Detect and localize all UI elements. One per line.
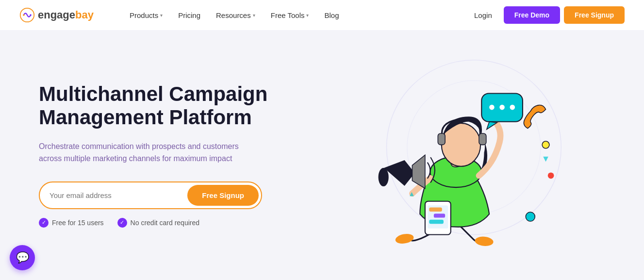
svg-point-6	[475, 236, 494, 247]
hero-illustration	[291, 45, 605, 265]
svg-point-17	[526, 212, 535, 221]
navbar: engagebay Products ▾ Pricing Resources ▾…	[0, 0, 644, 30]
hero-title: Multichannel Campaign Management Platfor…	[39, 82, 291, 130]
logo-icon	[19, 7, 35, 23]
svg-point-13	[489, 105, 495, 110]
svg-rect-27	[429, 220, 444, 224]
hero-subtitle: Orchestrate communication with prospects…	[39, 140, 252, 165]
logo-text: engagebay	[38, 9, 94, 21]
nav-resources[interactable]: Resources ▾	[209, 7, 262, 23]
svg-point-1	[23, 14, 25, 16]
svg-point-2	[30, 14, 32, 16]
svg-point-22	[379, 168, 389, 186]
chat-widget[interactable]: 💬	[10, 245, 35, 270]
chat-icon: 💬	[16, 251, 29, 264]
trust-badges: ✓ Free for 15 users ✓ No credit card req…	[39, 218, 291, 228]
svg-rect-11	[479, 133, 486, 145]
hero-section: Multichannel Campaign Management Platfor…	[0, 30, 644, 280]
svg-point-15	[510, 105, 515, 110]
nav-products[interactable]: Products ▾	[123, 7, 169, 23]
svg-point-14	[499, 105, 505, 110]
email-form: Free Signup	[39, 181, 262, 209]
products-chevron-icon: ▾	[160, 13, 163, 18]
free-tools-chevron-icon: ▾	[306, 13, 309, 18]
check-icon-1: ✓	[39, 218, 49, 228]
nav-links: Products ▾ Pricing Resources ▾ Free Tool…	[123, 7, 467, 23]
check-icon-2: ✓	[117, 218, 127, 228]
nav-free-tools[interactable]: Free Tools ▾	[264, 7, 316, 23]
svg-point-16	[542, 141, 549, 148]
badge-no-credit-card: ✓ No credit card required	[117, 218, 199, 228]
resources-chevron-icon: ▾	[253, 13, 255, 18]
svg-rect-26	[434, 214, 445, 217]
hero-content: Multichannel Campaign Management Platfor…	[39, 82, 291, 228]
illustration-svg	[291, 45, 605, 265]
nav-blog[interactable]: Blog	[317, 7, 346, 23]
svg-rect-25	[429, 207, 442, 211]
svg-point-5	[395, 232, 414, 245]
svg-marker-20	[543, 157, 548, 162]
email-input[interactable]	[50, 191, 187, 199]
free-demo-button[interactable]: Free Demo	[504, 6, 560, 24]
free-signup-button[interactable]: Free Signup	[187, 185, 259, 206]
badge-free-users: ✓ Free for 15 users	[39, 218, 104, 228]
svg-rect-10	[438, 133, 445, 145]
logo[interactable]: engagebay	[19, 7, 94, 23]
nav-login[interactable]: Login	[467, 7, 499, 23]
free-signup-nav-button[interactable]: Free Signup	[564, 6, 625, 24]
svg-point-18	[548, 172, 554, 179]
nav-pricing[interactable]: Pricing	[171, 7, 207, 23]
